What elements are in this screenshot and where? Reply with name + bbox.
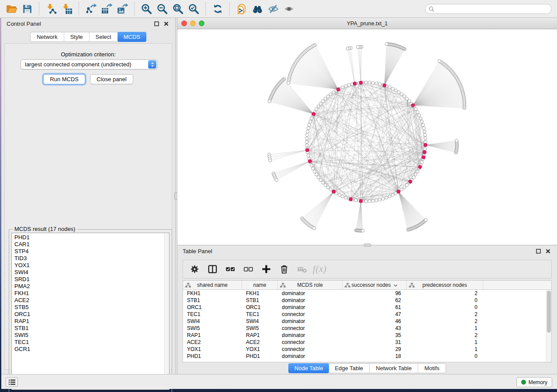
mcds-node-item[interactable]: PHD1 xyxy=(14,234,169,241)
table-row[interactable]: SWI4SWI4dominator462 xyxy=(183,318,551,325)
tab-style[interactable]: Style xyxy=(64,32,90,41)
window-minimize-button[interactable] xyxy=(190,21,196,26)
table-panel-splitter-handle[interactable] xyxy=(364,244,371,247)
column-header-shared-name[interactable]: shared name xyxy=(183,281,242,289)
tab-network[interactable]: Network xyxy=(31,32,64,41)
import-table-button[interactable] xyxy=(59,1,75,16)
mcds-node-item[interactable]: STB1 xyxy=(14,325,169,332)
settings-button[interactable] xyxy=(187,262,201,276)
table-row[interactable]: SWI5SWI5connector431 xyxy=(183,325,551,332)
column-label: shared name xyxy=(197,282,228,288)
table-scrollbar-track[interactable] xyxy=(546,290,551,362)
mcds-node-item[interactable]: FKH1 xyxy=(14,290,169,297)
table-scrollbar-thumb[interactable] xyxy=(547,291,551,333)
zoom-selected-button[interactable] xyxy=(186,1,201,16)
mcds-node-item[interactable]: STB5 xyxy=(14,304,169,311)
mcds-node-item[interactable]: YOX1 xyxy=(14,262,169,269)
mcds-node-item[interactable]: PMA2 xyxy=(14,283,169,290)
mcds-result-list[interactable]: PHD1CAR1STP4TID3YOX1SWI4SRD1PMA2FKH1ACE2… xyxy=(11,233,170,390)
table-row[interactable]: TEC1TEC1connector472 xyxy=(183,311,551,318)
search-input[interactable] xyxy=(437,5,551,13)
delete-row-button[interactable] xyxy=(277,262,291,276)
table-row[interactable]: FKH1FKH1dominator962 xyxy=(183,290,551,297)
cell-name: ACE2 xyxy=(242,339,278,346)
table-tab-edge-table[interactable]: Edge Table xyxy=(329,364,370,373)
table-row[interactable]: RAP1RAP1dominator352 xyxy=(183,332,551,339)
cell-MCDS-role: dominator xyxy=(278,318,343,325)
network-graph[interactable] xyxy=(177,29,557,244)
cell-shared-name: RAP1 xyxy=(183,332,242,339)
mcds-node-item[interactable]: ORC1 xyxy=(14,311,169,318)
cell-MCDS-role: dominator xyxy=(278,304,343,311)
criterion-select[interactable]: largest connected component (undirected) xyxy=(21,59,158,69)
refresh-view-button[interactable] xyxy=(210,1,225,16)
export-image-button[interactable] xyxy=(114,1,130,16)
mcds-node-item[interactable]: TID3 xyxy=(14,255,169,262)
table-tab-node-table[interactable]: Node Table xyxy=(288,363,329,373)
show-all-button[interactable] xyxy=(281,1,297,16)
column-header-MCDS-role[interactable]: MCDS role xyxy=(278,281,343,289)
table-row[interactable]: ORC1ORC1dominator610 xyxy=(183,304,551,311)
column-header-name[interactable]: name xyxy=(242,281,278,289)
open-file-button[interactable] xyxy=(3,1,19,16)
cell-MCDS-role: connector xyxy=(278,311,343,318)
import-table-icon xyxy=(61,3,73,15)
mcds-node-item[interactable]: SRD1 xyxy=(14,276,169,283)
column-header-predecessor-nodes[interactable]: predecessor nodes xyxy=(407,281,483,289)
window-close-button[interactable] xyxy=(181,21,187,26)
automation-panel-button[interactable] xyxy=(6,377,18,387)
columns-button[interactable] xyxy=(205,262,219,276)
import-network-button[interactable] xyxy=(43,1,59,16)
export-image-icon xyxy=(117,3,128,15)
deselect-all-button[interactable] xyxy=(241,262,255,276)
control-panel-header: Control Panel xyxy=(1,18,175,29)
export-table-button[interactable] xyxy=(99,1,114,16)
close-table-panel-icon[interactable] xyxy=(544,248,552,254)
hide-selected-icon xyxy=(267,3,279,15)
column-label: successor nodes xyxy=(351,282,391,288)
list-scrollbar-track[interactable] xyxy=(164,233,169,389)
memory-button[interactable]: Memory xyxy=(516,377,552,387)
run-mcds-button[interactable]: Run MCDS xyxy=(43,74,85,84)
zoom-fit-button[interactable] xyxy=(170,1,186,16)
close-panel-button[interactable]: Close panel xyxy=(90,74,133,84)
table-tab-motifs[interactable]: Motifs xyxy=(418,364,446,373)
cell-predecessor-nodes: 2 xyxy=(407,332,483,339)
add-row-button[interactable] xyxy=(259,262,273,276)
search-network-button[interactable] xyxy=(249,1,265,16)
zoom-out-button[interactable] xyxy=(154,1,170,16)
mcds-node-item[interactable]: RAP1 xyxy=(14,318,169,325)
cell-predecessor-nodes: 0 xyxy=(407,353,483,360)
close-panel-icon[interactable] xyxy=(162,20,170,27)
table-row[interactable]: YOX1YOX1connector291 xyxy=(183,346,551,353)
mcds-node-item[interactable]: ACE2 xyxy=(14,297,169,304)
column-label: MCDS role xyxy=(297,282,323,288)
float-table-panel-icon[interactable] xyxy=(534,248,542,254)
table-tab-network-table[interactable]: Network Table xyxy=(370,364,418,373)
table-row[interactable]: ACE2ACE2connector311 xyxy=(183,339,551,346)
mcds-node-item[interactable]: SWI4 xyxy=(14,269,169,276)
mcds-node-item[interactable]: STP4 xyxy=(14,248,169,255)
tab-mcds[interactable]: MCDS xyxy=(118,32,146,42)
select-all-button[interactable] xyxy=(223,262,237,276)
export-network-button[interactable] xyxy=(83,1,99,16)
clone-network-button[interactable] xyxy=(234,1,249,16)
mcds-node-item[interactable]: SWI5 xyxy=(14,332,169,339)
column-header-successor-nodes[interactable]: successor nodes xyxy=(343,281,407,289)
save-session-button[interactable] xyxy=(19,1,35,16)
float-panel-icon[interactable] xyxy=(152,20,160,27)
tab-select[interactable]: Select xyxy=(90,32,118,41)
mcds-node-item[interactable]: CAR1 xyxy=(14,241,169,248)
function-builder-icon: f(x) xyxy=(313,264,327,274)
table-row[interactable]: PHD1PHD1dominator180 xyxy=(183,353,551,360)
window-maximize-button[interactable] xyxy=(199,21,204,26)
mcds-node-item[interactable]: TEC1 xyxy=(14,339,169,346)
table-row[interactable]: STB1STB1dominator620 xyxy=(183,297,551,304)
toolbar-separator xyxy=(229,2,230,15)
mcds-node-item[interactable]: GCR1 xyxy=(14,346,169,353)
zoom-in-button[interactable] xyxy=(138,1,154,16)
network-canvas[interactable] xyxy=(177,29,557,244)
hide-selected-button[interactable] xyxy=(265,1,281,16)
clear-table-button[interactable] xyxy=(295,262,309,276)
function-builder-button[interactable]: f(x) xyxy=(313,262,327,276)
